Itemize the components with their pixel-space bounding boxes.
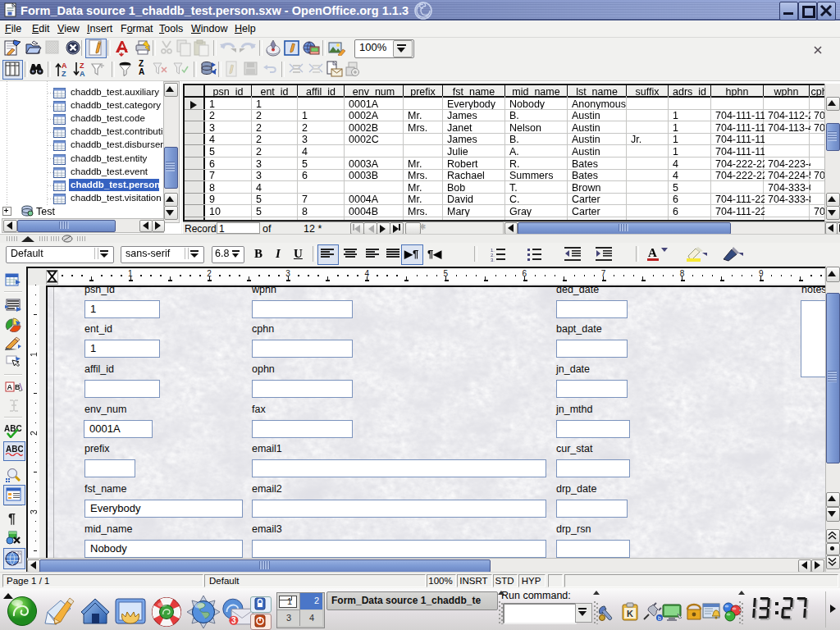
svg-text:3: 3 <box>231 616 236 625</box>
svg-text:A: A <box>80 70 85 78</box>
svg-text:Z: Z <box>62 70 66 78</box>
svg-text:K: K <box>627 609 633 619</box>
svg-text:A: A <box>62 62 67 70</box>
svg-text:ABC: ABC <box>6 445 23 454</box>
svg-text:ABC: ABC <box>4 424 22 433</box>
svg-text:Z: Z <box>80 62 84 70</box>
svg-text:3.: 3. <box>491 258 495 262</box>
svg-text:b: b <box>658 615 661 621</box>
svg-text:A: A <box>7 383 13 391</box>
